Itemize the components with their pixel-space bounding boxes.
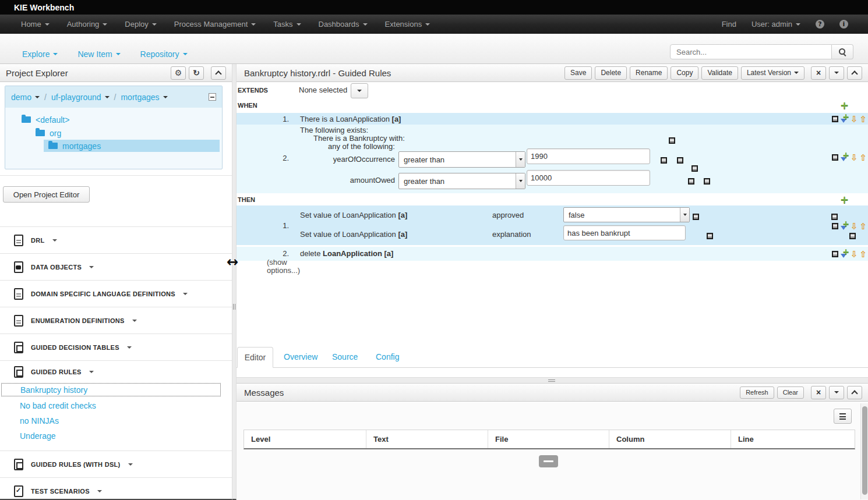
- close-messages-button[interactable]: ×: [811, 386, 826, 399]
- menu-explore[interactable]: Explore: [22, 49, 58, 59]
- remove-pattern-icon[interactable]: [669, 137, 675, 144]
- add-action-icon[interactable]: [840, 196, 849, 204]
- add-action-below-icon[interactable]: [840, 250, 849, 258]
- rule-link-underage[interactable]: Underage: [0, 428, 232, 444]
- move-down-icon[interactable]: [851, 250, 858, 258]
- add-action-below-icon[interactable]: [840, 222, 849, 231]
- vertical-splitter[interactable]: [232, 64, 237, 500]
- remove-condition-icon[interactable]: [832, 116, 838, 122]
- remove-restriction-icon[interactable]: [661, 157, 667, 164]
- chevron-down-icon: [128, 463, 133, 466]
- refresh-button[interactable]: Refresh: [740, 386, 774, 399]
- editor-collapse-button[interactable]: [847, 66, 862, 80]
- messages-menu-button[interactable]: [829, 386, 844, 399]
- remove-action-icon[interactable]: [831, 214, 838, 220]
- rename-button[interactable]: Rename: [630, 66, 668, 80]
- nav-user-menu[interactable]: User: admin: [751, 20, 800, 29]
- add-condition-below-icon[interactable]: [840, 115, 849, 123]
- help-icon[interactable]: ?: [816, 20, 824, 29]
- remove-restriction-icon[interactable]: [688, 178, 694, 185]
- nav-home[interactable]: Home: [21, 20, 50, 29]
- explanation-value-input[interactable]: [563, 225, 686, 240]
- save-button[interactable]: Save: [564, 66, 592, 80]
- delete-button[interactable]: Delete: [595, 66, 627, 80]
- nav-extensions[interactable]: Extensions: [385, 20, 431, 29]
- move-down-icon[interactable]: [851, 115, 858, 123]
- move-up-icon[interactable]: [860, 250, 867, 258]
- info-icon[interactable]: i: [839, 20, 848, 29]
- breadcrumb-repository[interactable]: uf-playground: [51, 93, 110, 102]
- section-guided-decision-tables[interactable]: GUIDED DECISION TABLES: [0, 334, 232, 360]
- close-editor-button[interactable]: ×: [811, 66, 826, 80]
- value-input-amountowed[interactable]: [527, 170, 650, 186]
- panel-toggle-handle[interactable]: [539, 455, 558, 467]
- clear-button[interactable]: Clear: [777, 386, 804, 399]
- section-data-objects[interactable]: DATA OBJECTS: [0, 253, 232, 280]
- tree-item-default[interactable]: <default>: [5, 113, 222, 126]
- remove-restriction-icon[interactable]: [677, 157, 683, 164]
- remove-field-icon[interactable]: [707, 233, 713, 239]
- copy-button[interactable]: Copy: [671, 66, 698, 80]
- breadcrumb-project[interactable]: mortgages: [121, 93, 167, 102]
- move-up-icon[interactable]: [860, 222, 867, 231]
- move-up-icon[interactable]: [860, 154, 867, 162]
- value-input-yearofoccurrence[interactable]: [527, 148, 650, 164]
- remove-condition-icon[interactable]: [832, 154, 838, 161]
- tree-item-org[interactable]: org: [5, 126, 222, 140]
- validate-button[interactable]: Validate: [701, 66, 738, 80]
- section-guided-rules-with-dsl[interactable]: GUIDED RULES (WITH DSL): [0, 451, 232, 477]
- move-up-icon[interactable]: [860, 115, 867, 123]
- remove-restriction-icon[interactable]: [691, 165, 698, 172]
- breadcrumb-org-unit[interactable]: demo: [11, 93, 40, 102]
- messages-collapse-button[interactable]: [847, 386, 862, 399]
- column-picker-button[interactable]: [834, 409, 852, 424]
- rule-link-no-bad-credit-checks[interactable]: No bad credit checks: [0, 398, 232, 413]
- menu-repository[interactable]: Repository: [140, 49, 188, 59]
- section-dsl-definitions[interactable]: DOMAIN SPECIFIC LANGUAGE DEFINITIONS: [0, 280, 232, 307]
- show-options-link[interactable]: (show options...): [267, 258, 303, 275]
- move-down-icon[interactable]: [851, 222, 858, 231]
- explorer-settings-button[interactable]: [171, 66, 186, 80]
- extends-dropdown-button[interactable]: [351, 83, 368, 98]
- operator-select[interactable]: greater than: [398, 151, 525, 168]
- tab-editor[interactable]: Editor: [237, 347, 273, 368]
- version-dropdown-button[interactable]: Latest Version: [741, 66, 805, 80]
- remove-restriction-icon[interactable]: [704, 178, 710, 185]
- approved-value-select[interactable]: false: [563, 207, 690, 222]
- explorer-collapse-button[interactable]: [211, 66, 226, 80]
- search-button[interactable]: [832, 44, 853, 59]
- minimize-icon[interactable]: [209, 93, 216, 101]
- operator-select[interactable]: greater than: [398, 173, 525, 189]
- nav-tasks[interactable]: Tasks: [273, 20, 301, 29]
- nav-dashboards[interactable]: Dashboards: [319, 20, 368, 29]
- section-test-scenarios[interactable]: TEST SCENARIOS: [0, 477, 232, 500]
- explorer-refresh-button[interactable]: [189, 66, 204, 80]
- open-project-editor-button[interactable]: Open Project Editor: [3, 186, 90, 203]
- rule-link-no-ninjas[interactable]: no NINJAs: [0, 413, 232, 428]
- tab-source[interactable]: Source: [332, 346, 358, 367]
- menu-new-item[interactable]: New Item: [77, 49, 120, 59]
- tab-config[interactable]: Config: [376, 346, 399, 367]
- editor-menu-button[interactable]: [829, 66, 844, 80]
- remove-field-icon[interactable]: [693, 214, 699, 220]
- tree-item-mortgages[interactable]: mortgages: [44, 140, 220, 152]
- add-condition-icon[interactable]: [840, 101, 849, 109]
- section-enumeration-definitions[interactable]: ENUMERATION DEFINITIONS: [0, 307, 232, 334]
- breadcrumb-separator: /: [44, 93, 47, 102]
- nav-find[interactable]: Find: [722, 20, 736, 29]
- rule-link-bankruptcy-history[interactable]: Bankruptcy history: [1, 383, 221, 396]
- move-down-icon[interactable]: [851, 154, 858, 162]
- remove-action-row-icon[interactable]: [832, 223, 838, 229]
- search-input[interactable]: [670, 44, 832, 59]
- nav-process-management[interactable]: Process Management: [174, 20, 256, 29]
- tab-overview[interactable]: Overview: [284, 346, 317, 367]
- remove-action-row-icon[interactable]: [832, 251, 838, 257]
- section-guided-rules[interactable]: GUIDED RULES: [0, 360, 232, 382]
- add-condition-below-icon[interactable]: [840, 153, 849, 162]
- scrollbar-thumb[interactable]: [862, 406, 867, 495]
- remove-action-icon[interactable]: [849, 233, 856, 239]
- nav-deploy[interactable]: Deploy: [125, 20, 156, 29]
- section-drl[interactable]: DRL: [0, 226, 232, 253]
- nav-authoring[interactable]: Authoring: [67, 20, 108, 29]
- horizontal-splitter[interactable]: [237, 377, 868, 384]
